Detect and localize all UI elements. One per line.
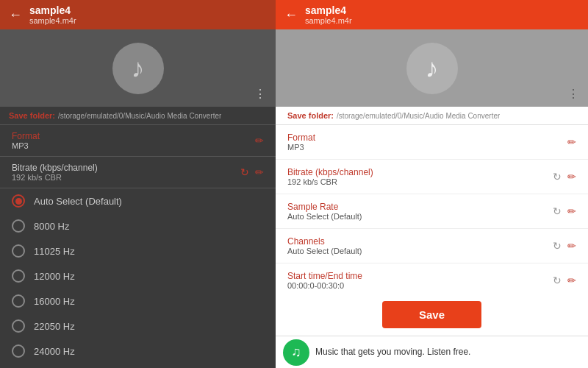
setting-icons: ↻✏ xyxy=(553,171,576,183)
save-button[interactable]: Save xyxy=(382,301,481,328)
left-save-folder-label: Save folder: xyxy=(9,111,55,120)
setting-info: Bitrate (kbps/channel)192 kb/s CBR xyxy=(287,167,553,186)
setting-row: Start time/End time00:00:0-00:30:0↻✏ xyxy=(276,263,588,291)
right-subtitle: sample4.m4r xyxy=(305,16,352,25)
radio-label: 24000 Hz xyxy=(34,346,75,357)
left-save-folder-path: /storage/emulated/0/Music/Audio Media Co… xyxy=(58,112,221,120)
left-format-row: Format MP3 ✏ xyxy=(0,125,276,157)
setting-edit-icon[interactable]: ✏ xyxy=(567,136,576,148)
right-panel: ← sample4 sample4.m4r ♪ ⋮ Save folder: /… xyxy=(276,0,588,368)
setting-icons: ✏ xyxy=(567,136,576,148)
setting-value: 192 kb/s CBR xyxy=(287,177,553,186)
left-back-button[interactable]: ← xyxy=(9,7,22,23)
setting-refresh-icon[interactable]: ↻ xyxy=(553,240,562,252)
setting-refresh-icon[interactable]: ↻ xyxy=(553,205,562,217)
left-bitrate-label: Bitrate (kbps/channel) xyxy=(12,163,98,173)
right-more-options-icon[interactable]: ⋮ xyxy=(567,87,579,101)
setting-refresh-icon[interactable]: ↻ xyxy=(553,275,562,286)
radio-item[interactable]: 24000 Hz xyxy=(0,339,276,364)
right-music-note-circle: ♪ xyxy=(406,43,458,94)
setting-label: Bitrate (kbps/channel) xyxy=(287,167,553,177)
setting-label: Channels xyxy=(287,236,553,247)
left-more-options-icon[interactable]: ⋮ xyxy=(254,87,267,101)
ad-text: Music that gets you moving. Listen free. xyxy=(315,347,470,358)
left-music-note-icon: ♪ xyxy=(132,53,145,84)
left-panel: ← sample4 sample4.m4r ♪ ⋮ Save folder: /… xyxy=(0,0,276,368)
radio-circle-icon xyxy=(12,219,25,233)
right-music-note-icon: ♪ xyxy=(426,53,439,84)
radio-circle-icon xyxy=(12,244,25,258)
left-format-label: Format xyxy=(12,131,40,141)
radio-item[interactable]: 16000 Hz xyxy=(0,289,276,314)
setting-label: Start time/End time xyxy=(287,271,553,281)
right-album-art: ♪ ⋮ xyxy=(276,29,588,107)
left-bitrate-info: Bitrate (kbps/channel) 192 kb/s CBR xyxy=(12,163,98,182)
left-title-group: sample4 sample4.m4r xyxy=(29,4,76,25)
setting-label: Sample Rate xyxy=(287,202,553,212)
setting-value: 00:00:0-00:30:0 xyxy=(287,281,553,290)
radio-circle-icon xyxy=(12,294,25,308)
setting-label: Format xyxy=(287,132,567,143)
radio-label: Auto Select (Default) xyxy=(34,196,122,207)
setting-edit-icon[interactable]: ✏ xyxy=(567,205,576,217)
right-header: ← sample4 sample4.m4r xyxy=(276,0,588,29)
radio-circle-icon xyxy=(12,344,25,358)
setting-icons: ↻✏ xyxy=(553,240,576,252)
radio-circle-icon xyxy=(12,194,25,208)
left-bitrate-refresh-icon[interactable]: ↻ xyxy=(240,166,249,178)
right-title: sample4 xyxy=(305,4,352,16)
radio-label: 16000 Hz xyxy=(34,296,75,307)
radio-item[interactable]: 11025 Hz xyxy=(0,238,276,263)
setting-info: Start time/End time00:00:0-00:30:0 xyxy=(287,271,553,290)
setting-edit-icon[interactable]: ✏ xyxy=(567,171,576,183)
radio-item[interactable]: Auto Select (Default) xyxy=(0,188,276,213)
left-bitrate-icons: ↻ ✏ xyxy=(240,166,264,178)
right-save-folder-bar: Save folder: /storage/emulated/0/Music/A… xyxy=(276,107,588,125)
radio-label: 11025 Hz xyxy=(34,246,75,257)
radio-item[interactable]: 12000 Hz xyxy=(0,263,276,289)
left-music-note-circle: ♪ xyxy=(112,43,164,94)
setting-info: FormatMP3 xyxy=(287,132,567,152)
left-bitrate-edit-icon[interactable]: ✏ xyxy=(255,166,264,178)
right-save-folder-label: Save folder: xyxy=(287,111,334,120)
left-format-value: MP3 xyxy=(12,141,40,150)
setting-info: ChannelsAuto Select (Default) xyxy=(287,236,553,255)
setting-row: Bitrate (kbps/channel)192 kb/s CBR↻✏ xyxy=(276,160,588,194)
right-settings-list: FormatMP3✏Bitrate (kbps/channel)192 kb/s… xyxy=(276,125,588,291)
left-save-folder-bar: Save folder: /storage/emulated/0/Music/A… xyxy=(0,107,276,125)
setting-edit-icon[interactable]: ✏ xyxy=(567,240,576,252)
setting-row: ChannelsAuto Select (Default)↻✏ xyxy=(276,229,588,263)
left-bitrate-row: Bitrate (kbps/channel) 192 kb/s CBR ↻ ✏ xyxy=(0,157,276,188)
setting-value: Auto Select (Default) xyxy=(287,212,553,221)
left-sample-rate-list: Auto Select (Default)8000 Hz11025 Hz1200… xyxy=(0,188,276,368)
spotify-logo-icon: ♫ xyxy=(283,339,309,366)
left-subtitle: sample4.m4r xyxy=(29,16,76,25)
radio-item[interactable]: 22050 Hz xyxy=(0,314,276,339)
left-format-info: Format MP3 xyxy=(12,131,40,150)
setting-value: MP3 xyxy=(287,143,567,152)
setting-row: FormatMP3✏ xyxy=(276,125,588,160)
save-button-row: Save xyxy=(276,291,588,336)
left-bitrate-value: 192 kb/s CBR xyxy=(12,173,98,182)
left-format-edit-icon[interactable]: ✏ xyxy=(255,135,264,146)
ad-banner[interactable]: ♫ Music that gets you moving. Listen fre… xyxy=(276,336,588,368)
right-back-button[interactable]: ← xyxy=(284,7,298,23)
radio-circle-icon xyxy=(12,319,25,333)
setting-icons: ↻✏ xyxy=(553,275,576,286)
left-title: sample4 xyxy=(29,4,76,16)
radio-label: 22050 Hz xyxy=(34,321,75,332)
left-album-art: ♪ ⋮ xyxy=(0,29,276,107)
radio-item[interactable]: 8000 Hz xyxy=(0,213,276,238)
radio-label: 8000 Hz xyxy=(34,221,69,232)
setting-icons: ↻✏ xyxy=(553,205,576,217)
setting-value: Auto Select (Default) xyxy=(287,247,553,255)
setting-edit-icon[interactable]: ✏ xyxy=(567,275,576,286)
right-save-folder-path: /storage/emulated/0/Music/Audio Media Co… xyxy=(337,112,500,120)
right-title-group: sample4 sample4.m4r xyxy=(305,4,352,25)
radio-item[interactable]: 32000 Hz xyxy=(0,364,276,368)
setting-refresh-icon[interactable]: ↻ xyxy=(553,171,562,183)
setting-info: Sample RateAuto Select (Default) xyxy=(287,202,553,221)
setting-row: Sample RateAuto Select (Default)↻✏ xyxy=(276,194,588,229)
radio-label: 12000 Hz xyxy=(34,271,75,282)
left-header: ← sample4 sample4.m4r xyxy=(0,0,276,29)
